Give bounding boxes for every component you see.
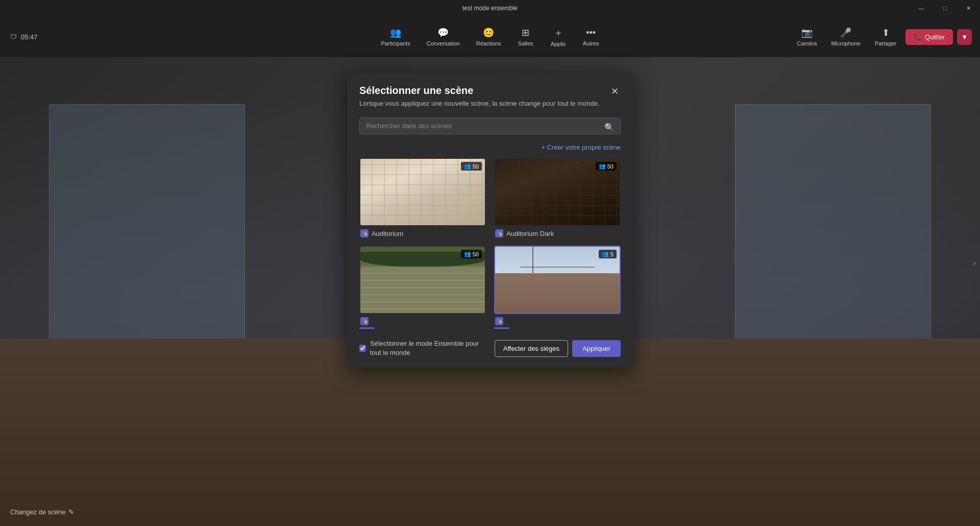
ensemble-mode-label[interactable]: Sélectionner le mode Ensemble pour tout … — [359, 339, 488, 357]
scene-thumb-window-desk: 👥 5 — [494, 246, 621, 314]
maximize-button[interactable]: □ — [933, 0, 957, 16]
auditorium-icon: 🎭 — [360, 229, 369, 237]
modal-footer: Sélectionner le mode Ensemble pour tout … — [347, 333, 633, 368]
phone-icon: 📞 — [914, 33, 922, 41]
select-scene-modal: Sélectionner une scène Lorsque vous appl… — [347, 73, 633, 368]
close-button[interactable]: ✕ — [957, 0, 980, 16]
scene-thumb-auditorium: 👥 50 — [359, 158, 486, 226]
modal-close-button[interactable]: ✕ — [609, 85, 621, 98]
search-icon: 🔍 — [604, 122, 615, 132]
rooms-label: Salles — [518, 40, 533, 46]
share-label: Partager — [875, 40, 896, 46]
stairs-capacity: 50 — [473, 251, 479, 257]
shield-icon: 🛡 — [10, 33, 17, 41]
auditorium-capacity-badge: 👥 50 — [461, 162, 482, 171]
microphone-label: Microphone — [831, 40, 860, 46]
window-title: test mode ensemble — [462, 5, 518, 12]
rooms-button[interactable]: ⊞ Salles — [510, 24, 541, 50]
window-desk-selected-bar — [494, 327, 509, 329]
people-icon: 👥 — [602, 251, 609, 257]
scene-item-window-desk[interactable]: 👥 5 🎭 — [494, 246, 621, 329]
modal-title: Sélectionner une scène — [359, 85, 600, 97]
stairs-label-row: 🎭 — [359, 317, 486, 325]
share-icon: ⬆ — [882, 27, 890, 38]
toolbar-right: 📷 Caméra 🎤 Microphone ⬆ Partager 📞 Quitt… — [792, 24, 972, 50]
apps-label: Applis — [551, 41, 566, 47]
quit-label: Quitter — [925, 33, 945, 41]
conversation-icon: 💬 — [437, 27, 449, 38]
scene-thumb-auditorium-dark: 👥 50 — [494, 158, 621, 226]
create-scene-link[interactable]: + Créer votre propre scène — [541, 144, 621, 151]
apps-button[interactable]: ＋ Applis — [543, 23, 574, 50]
camera-label: Caméra — [797, 40, 817, 46]
minimize-button[interactable]: — — [910, 0, 933, 16]
toolbar-left: 🛡 05:47 — [10, 33, 38, 41]
window-desk-capacity: 5 — [610, 251, 614, 257]
create-scene-link-container: + Créer votre propre scène — [347, 140, 633, 158]
toolbar: 🛡 05:47 👥 Participants 💬 Conversation 😊 … — [0, 16, 980, 57]
more-label: Autres — [583, 40, 599, 46]
scenes-grid-container: 👥 50 🎭 Auditorium 👥 — [347, 158, 633, 333]
scene-thumb-stairs: 👥 50 — [359, 246, 486, 314]
camera-button[interactable]: 📷 Caméra — [792, 24, 822, 50]
rooms-icon: ⊞ — [522, 27, 529, 38]
modal-overlay: Sélectionner une scène Lorsque vous appl… — [0, 57, 980, 526]
scene-item-auditorium-dark[interactable]: 👥 50 🎭 Auditorium Dark — [494, 158, 621, 237]
scene-item-auditorium[interactable]: 👥 50 🎭 Auditorium — [359, 158, 486, 237]
footer-buttons: Affecter des sièges Appliquer — [495, 340, 621, 357]
stairs-capacity-badge: 👥 50 — [461, 250, 482, 258]
auditorium-dark-capacity: 50 — [607, 163, 614, 170]
search-container: 🔍 — [347, 113, 633, 140]
participants-icon: 👥 — [390, 27, 401, 38]
microphone-icon: 🎤 — [840, 27, 851, 38]
quit-dropdown-button[interactable]: ▼ — [957, 29, 972, 45]
people-icon: 👥 — [464, 251, 471, 257]
call-timer: 05:47 — [21, 33, 38, 41]
auditorium-dark-capacity-badge: 👥 50 — [596, 162, 617, 171]
share-button[interactable]: ⬆ Partager — [870, 24, 901, 50]
camera-icon: 📷 — [801, 27, 813, 38]
scenes-grid: 👥 50 🎭 Auditorium 👥 — [359, 158, 621, 329]
people-icon: 👥 — [464, 163, 471, 170]
modal-title-section: Sélectionner une scène Lorsque vous appl… — [359, 85, 600, 107]
auditorium-capacity: 50 — [473, 163, 479, 170]
scene-item-stairs[interactable]: 👥 50 🎭 — [359, 246, 486, 329]
participants-label: Participants — [381, 40, 410, 46]
ensemble-mode-checkbox[interactable] — [359, 344, 366, 352]
more-icon: ••• — [586, 28, 596, 38]
stairs-icon: 🎭 — [360, 317, 369, 325]
apply-button[interactable]: Appliquer — [572, 340, 621, 357]
auditorium-dark-icon: 🎭 — [495, 229, 503, 237]
ensemble-mode-text: Sélectionner le mode Ensemble pour tout … — [370, 339, 488, 357]
reactions-label: Réactions — [476, 40, 501, 46]
quit-button[interactable]: 📞 Quitter — [905, 29, 953, 45]
auditorium-dark-label-row: 🎭 Auditorium Dark — [494, 229, 621, 237]
conversation-button[interactable]: 💬 Conversation — [420, 24, 467, 50]
conversation-label: Conversation — [427, 40, 460, 46]
modal-subtitle: Lorsque vous appliquez une nouvelle scèn… — [359, 100, 600, 107]
auditorium-label-row: 🎭 Auditorium — [359, 229, 486, 237]
more-button[interactable]: ••• Autres — [576, 25, 606, 50]
title-bar-controls: — □ ✕ — [910, 0, 980, 16]
window-desk-icon: 🎭 — [495, 317, 503, 325]
people-icon: 👥 — [599, 163, 606, 170]
search-input[interactable] — [359, 117, 621, 134]
reactions-icon: 😊 — [483, 27, 494, 38]
auditorium-dark-name: Auditorium Dark — [506, 230, 554, 237]
window-desk-capacity-badge: 👥 5 — [599, 250, 617, 258]
stairs-selected-bar — [359, 327, 375, 329]
auditorium-name: Auditorium — [372, 230, 403, 237]
modal-header: Sélectionner une scène Lorsque vous appl… — [347, 73, 633, 113]
assign-seats-button[interactable]: Affecter des sièges — [495, 340, 568, 357]
microphone-button[interactable]: 🎤 Microphone — [826, 24, 865, 50]
window-desk-label-row: 🎭 — [494, 317, 621, 325]
toolbar-items: 👥 Participants 💬 Conversation 😊 Réaction… — [374, 23, 606, 50]
reactions-button[interactable]: 😊 Réactions — [469, 24, 508, 50]
title-bar: test mode ensemble — □ ✕ — [0, 0, 980, 16]
participants-button[interactable]: 👥 Participants — [374, 24, 417, 50]
apps-icon: ＋ — [554, 27, 563, 39]
